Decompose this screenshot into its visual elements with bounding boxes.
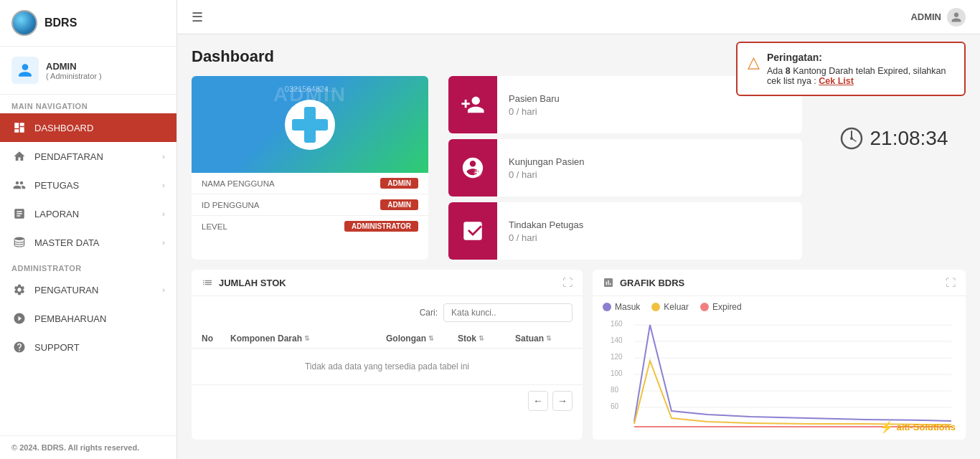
sidebar-item-pengaturan[interactable]: PENGATURAN › — [0, 275, 176, 304]
legend-expired-label: Expired — [712, 302, 742, 312]
legend-masuk: Masuk — [603, 302, 640, 312]
user-name: ADMIN — [46, 61, 102, 72]
prev-page-button[interactable]: ← — [528, 391, 548, 411]
laporan-label: LAPORAN — [34, 209, 155, 219]
pasien-baru-info: Pasien Baru 0 / hari — [497, 86, 571, 124]
label-id: ID PENGGUNA — [202, 201, 260, 209]
topbar-left: ☰ — [192, 9, 203, 25]
user-card-info: NAMA PENGGUNA ADMIN ID PENGGUNA ADMIN LE… — [192, 173, 428, 237]
laporan-icon — [11, 206, 27, 222]
col-stok: Stok ⇅ — [458, 333, 515, 344]
legend-keluar-label: Keluar — [664, 302, 689, 312]
bottom-row: JUMLAH STOK ⛶ Cari: No Komponen Darah ⇅ … — [192, 270, 966, 440]
chart-legend: Masuk Keluar Expired — [593, 296, 966, 318]
pengaturan-chevron: › — [162, 285, 165, 294]
stat-card-tindakan: Tindakan Petugas 0 / hari — [448, 202, 802, 260]
petugas-icon — [11, 177, 27, 193]
banner-cross-inner — [292, 107, 328, 143]
label-level: LEVEL — [202, 222, 227, 231]
support-label: SUPPORT — [34, 342, 165, 353]
aiti-label: aiti-Solutions — [897, 422, 956, 432]
chart-panel: GRAFIK BDRS ⛶ Masuk Keluar Expired — [593, 270, 966, 440]
master-data-label: MASTER DATA — [34, 237, 155, 248]
alert-text: Peringatan: Ada 8 Kantong Darah telah Ex… — [767, 52, 954, 86]
chart-expand-button[interactable]: ⛶ — [946, 277, 956, 288]
pasien-baru-icon-box — [448, 76, 497, 133]
petugas-chevron: › — [162, 181, 165, 189]
sidebar-item-laporan[interactable]: LAPORAN › — [0, 199, 176, 228]
topbar-right: ADMIN — [910, 8, 966, 27]
user-icon — [17, 62, 33, 78]
chart-svg: 160 140 120 100 80 60 — [603, 318, 956, 432]
top-cards-area: ADMIN 0321564824... NAMA PENGGUNA ADMIN — [192, 76, 966, 260]
sidebar: BDRS ADMIN ( Administrator ) Main Naviga… — [0, 0, 177, 459]
datetime-area: Sunday, 25 Agustus 2024 21:08:34 — [822, 76, 966, 260]
svg-text:60: 60 — [611, 402, 619, 410]
topbar-user-icon — [947, 8, 966, 27]
pembaharuan-label: PEMBAHARUAN — [34, 313, 165, 324]
pembaharuan-icon — [11, 311, 27, 326]
alert-title: Peringatan: — [767, 52, 954, 63]
legend-masuk-label: Masuk — [615, 302, 640, 312]
kunjungan-label: Kunjungan Pasien — [509, 156, 585, 167]
aiti-bolt-icon: ⚡ — [880, 420, 894, 434]
sidebar-item-dashboard[interactable]: DASHBOARD — [0, 113, 176, 142]
col-satuan: Satuan ⇅ — [515, 333, 573, 344]
svg-point-5 — [850, 137, 853, 140]
tindakan-icon — [461, 219, 485, 243]
info-row-id: ID PENGGUNA ADMIN — [192, 194, 428, 216]
laporan-chevron: › — [162, 209, 165, 218]
hamburger-button[interactable]: ☰ — [192, 9, 203, 25]
tindakan-label: Tindakan Petugas — [509, 219, 583, 230]
pengaturan-icon — [11, 282, 27, 298]
svg-text:140: 140 — [611, 336, 623, 344]
clock-widget — [840, 127, 863, 150]
sidebar-item-master-data[interactable]: MASTER DATA › — [0, 228, 176, 257]
master-data-icon — [11, 235, 27, 250]
topbar-admin-label: ADMIN — [910, 11, 941, 22]
sidebar-header: BDRS — [0, 0, 176, 47]
legend-expired: Expired — [700, 302, 742, 312]
alert-box: △ Peringatan: Ada 8 Kantong Darah telah … — [736, 42, 966, 96]
dashboard-icon — [11, 120, 27, 136]
next-page-button[interactable]: → — [552, 391, 573, 411]
sidebar-item-petugas[interactable]: PETUGAS › — [0, 171, 176, 199]
datetime-time-row: 21:08:34 — [840, 127, 948, 150]
sidebar-item-pembaharuan[interactable]: PEMBAHARUAN — [0, 304, 176, 333]
svg-text:120: 120 — [611, 353, 623, 361]
tindakan-info: Tindakan Petugas 0 / hari — [497, 212, 595, 250]
main-area: ☰ ADMIN △ Peringatan: Ada 8 Kantong Dara… — [177, 0, 980, 459]
alert-link[interactable]: Cek List — [819, 76, 854, 86]
svg-point-1 — [473, 169, 481, 176]
user-info: ADMIN ( Administrator ) — [46, 61, 102, 80]
info-row-nama: NAMA PENGGUNA ADMIN — [192, 173, 428, 194]
sidebar-item-support[interactable]: SUPPORT — [0, 333, 176, 361]
search-input[interactable] — [443, 303, 573, 322]
admin-section-label: Administrator — [0, 257, 176, 275]
badge-id: ADMIN — [380, 199, 418, 210]
aiti-watermark: ⚡ aiti-Solutions — [880, 420, 956, 434]
col-golongan: Golongan ⇅ — [386, 333, 458, 344]
banner-id: 0321564824... — [192, 85, 428, 93]
alert-message-prefix: Ada — [767, 66, 786, 76]
master-data-chevron: › — [162, 238, 165, 247]
svg-text:160: 160 — [611, 320, 623, 328]
badge-nama: ADMIN — [380, 178, 418, 189]
tindakan-value: 0 / hari — [509, 232, 583, 243]
col-no: No — [202, 333, 230, 344]
app-logo — [11, 10, 37, 36]
alert-count: 8 — [786, 66, 791, 76]
sidebar-user: ADMIN ( Administrator ) — [0, 47, 176, 95]
legend-keluar-dot — [651, 303, 660, 311]
dashboard-label: DASHBOARD — [34, 123, 165, 133]
table-empty-message: Tidak ada data yang tersedia pada tabel … — [192, 349, 583, 385]
info-row-level: LEVEL ADMINISTRATOR — [192, 216, 428, 237]
legend-expired-dot — [700, 303, 709, 311]
stock-expand-button[interactable]: ⛶ — [562, 277, 573, 288]
pendaftaran-icon — [11, 148, 27, 164]
col-komponen: Komponen Darah ⇅ — [230, 333, 386, 344]
alert-icon: △ — [748, 53, 760, 72]
svg-text:100: 100 — [611, 369, 623, 377]
sidebar-item-pendaftaran[interactable]: PENDAFTARAN › — [0, 142, 176, 171]
chart-panel-title: GRAFIK BDRS — [620, 278, 940, 288]
